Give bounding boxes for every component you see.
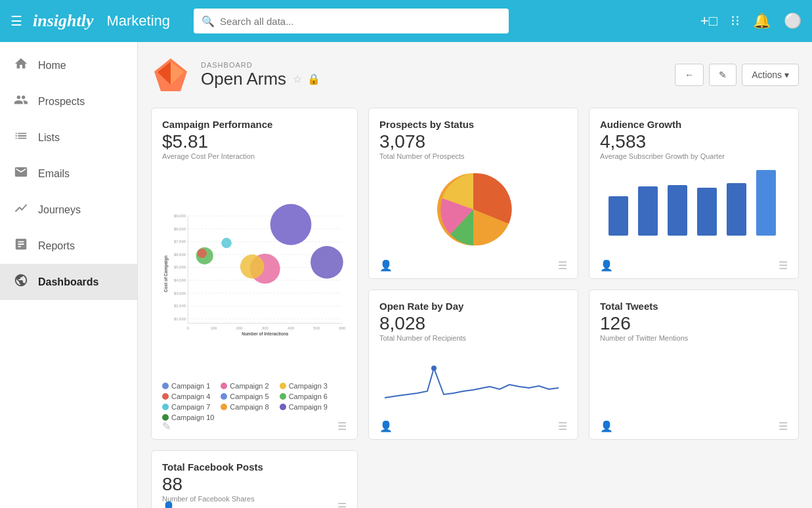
legend-campaign2: Campaign 2: [221, 382, 268, 390]
svg-text:$5,000: $5,000: [174, 265, 186, 269]
audience-growth-subtitle: Average Subscriber Growth by Quarter: [600, 152, 788, 160]
svg-text:$3,000: $3,000: [174, 291, 186, 295]
legend-campaign1: Campaign 1: [162, 382, 210, 390]
legend-campaign9: Campaign 9: [280, 403, 328, 411]
sidebar-item-lists[interactable]: Lists: [0, 119, 137, 156]
campaign-legend: Campaign 1 Campaign 2 Campaign 3 Campaig…: [162, 382, 347, 421]
open-rate-list-icon[interactable]: ☰: [558, 420, 567, 433]
search-icon: 🔍: [202, 15, 215, 28]
audience-growth-value: 4,583: [600, 131, 788, 152]
facebook-list-icon[interactable]: ☰: [337, 501, 347, 508]
dashboard-toolbar: ← ✎ Actions ▾: [675, 64, 799, 86]
lock-icon[interactable]: 🔒: [307, 73, 320, 85]
svg-rect-40: [609, 196, 628, 236]
open-rate-user-icon[interactable]: 👤: [379, 420, 393, 433]
pie-chart: [379, 167, 567, 252]
sidebar-item-dashboards[interactable]: Dashboards: [0, 264, 137, 300]
prospects-status-title: Prospects by Status: [379, 119, 567, 130]
bar-chart-container: [600, 167, 788, 242]
legend-campaign8: Campaign 8: [221, 403, 268, 411]
add-icon[interactable]: +□: [700, 12, 717, 30]
sidebar-label-emails: Emails: [38, 168, 70, 180]
actions-button[interactable]: Actions ▾: [742, 64, 799, 86]
back-button[interactable]: ←: [675, 64, 704, 86]
edit-button[interactable]: ✎: [709, 64, 737, 86]
campaign-chart-svg: $9,000 $8,000 $7,000 $6,000 $5,000 $4,00…: [162, 167, 347, 377]
svg-text:$9,000: $9,000: [174, 214, 186, 218]
svg-point-34: [240, 255, 265, 279]
grid-icon[interactable]: ⁝⁝: [731, 12, 740, 30]
topnav-actions: +□ ⁝⁝ 🔔 ⚪: [700, 12, 801, 30]
svg-text:0: 0: [187, 326, 190, 330]
sidebar-label-home: Home: [38, 60, 66, 72]
bell-icon[interactable]: 🔔: [753, 12, 771, 30]
audience-user-icon[interactable]: 👤: [600, 259, 613, 272]
sidebar-item-emails[interactable]: Emails: [0, 156, 137, 192]
search-input[interactable]: [220, 16, 501, 27]
svg-text:100: 100: [211, 326, 218, 330]
line-chart-svg: [379, 349, 567, 408]
prospects-list-icon[interactable]: ☰: [558, 259, 567, 272]
total-tweets-value: 126: [600, 313, 788, 334]
total-tweets-footer: 👤 ☰: [600, 420, 788, 433]
svg-rect-45: [756, 170, 776, 236]
facebook-user-icon[interactable]: 👤: [162, 501, 175, 508]
user-icon[interactable]: ⚪: [784, 12, 801, 30]
sidebar-item-prospects[interactable]: Prospects: [0, 83, 137, 119]
sidebar: Home Prospects Lists Emails Journeys: [0, 42, 138, 508]
campaign-performance-value: $5.81: [162, 131, 347, 152]
open-rate-value: 8,028: [379, 313, 567, 334]
reports-icon: [13, 237, 29, 255]
main-content: DASHBOARD Open Arms ☆ 🔒 ← ✎ Actions ▾ Ca…: [138, 42, 812, 508]
dashboard-grid: Campaign Performance $5.81 Average Cost …: [151, 108, 799, 508]
widget-open-rate: Open Rate by Day 8,028 Total Number of R…: [368, 289, 578, 440]
app-name: Marketing: [106, 12, 170, 30]
svg-text:$4,000: $4,000: [174, 278, 186, 282]
svg-text:300: 300: [262, 326, 269, 330]
dashboards-icon: [13, 273, 29, 291]
legend-campaign4: Campaign 4: [162, 392, 210, 400]
dashboard-title-area: DASHBOARD Open Arms ☆ 🔒: [201, 61, 675, 89]
sidebar-item-reports[interactable]: Reports: [0, 228, 137, 264]
emails-icon: [13, 165, 29, 182]
sidebar-label-dashboards: Dashboards: [38, 276, 98, 288]
sidebar-item-journeys[interactable]: Journeys: [0, 192, 137, 228]
total-tweets-title: Total Tweets: [600, 301, 788, 312]
total-facebook-footer: 👤 ☰: [162, 501, 347, 508]
svg-point-35: [310, 246, 343, 279]
logo: insightly: [33, 11, 93, 31]
svg-point-32: [270, 204, 312, 245]
legend-campaign5: Campaign 5: [221, 392, 268, 400]
svg-text:$8,000: $8,000: [174, 227, 186, 231]
tweets-list-icon[interactable]: ☰: [779, 420, 788, 433]
prospects-status-subtitle: Total Number of Prospects: [379, 152, 567, 160]
svg-rect-41: [638, 186, 658, 236]
total-facebook-value: 88: [162, 474, 347, 495]
sidebar-item-home[interactable]: Home: [0, 47, 137, 83]
svg-text:$2,000: $2,000: [174, 304, 186, 308]
svg-point-46: [431, 366, 437, 371]
widget-audience-growth: Audience Growth 4,583 Average Subscriber…: [589, 108, 799, 279]
svg-rect-42: [668, 185, 687, 236]
dashboard-title-icons: ☆ 🔒: [293, 73, 320, 85]
widget-total-tweets: Total Tweets 126 Number of Twitter Menti…: [589, 289, 799, 440]
svg-text:500: 500: [313, 326, 320, 330]
hamburger-icon[interactable]: ☰: [11, 13, 22, 29]
line-chart-container: [379, 349, 567, 410]
legend-campaign3: Campaign 3: [280, 382, 328, 390]
star-icon[interactable]: ☆: [293, 73, 302, 85]
widget-campaign-performance: Campaign Performance $5.81 Average Cost …: [151, 108, 358, 440]
campaign-chart-area: $9,000 $8,000 $7,000 $6,000 $5,000 $4,00…: [162, 167, 347, 377]
svg-text:200: 200: [236, 326, 244, 330]
audience-growth-footer: 👤 ☰: [600, 259, 788, 272]
prospects-user-icon[interactable]: 👤: [379, 259, 393, 272]
lists-icon: [13, 129, 29, 146]
tweets-user-icon[interactable]: 👤: [600, 420, 613, 433]
campaign-list-icon[interactable]: ☰: [337, 420, 347, 433]
sidebar-label-reports: Reports: [38, 240, 75, 252]
audience-list-icon[interactable]: ☰: [779, 259, 788, 272]
sidebar-label-journeys: Journeys: [38, 204, 81, 216]
widget-total-facebook: Total Facebook Posts 88 Number of Facebo…: [151, 450, 358, 508]
campaign-user-icon[interactable]: ✎: [162, 420, 171, 433]
svg-point-36: [221, 238, 232, 248]
